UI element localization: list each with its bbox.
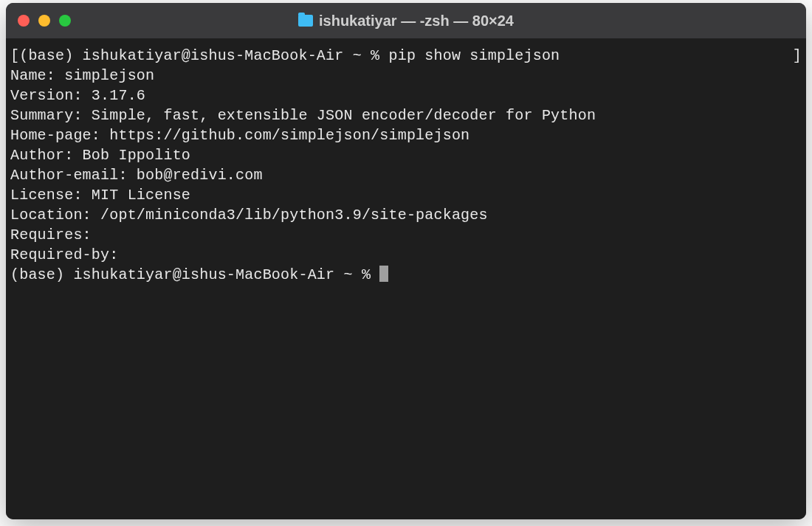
prompt-line-1: [(base) ishukatiyar@ishus-MacBook-Air ~ … — [10, 46, 802, 66]
output-license: License: MIT License — [10, 185, 802, 205]
terminal-window: ishukatiyar — -zsh — 80×24 [(base) ishuk… — [6, 3, 806, 519]
command-1: pip show simplejson — [388, 47, 560, 64]
close-button[interactable] — [18, 15, 30, 27]
prompt-line-2: (base) ishukatiyar@ishus-MacBook-Air ~ % — [10, 265, 802, 285]
minimize-button[interactable] — [38, 15, 50, 27]
cursor — [379, 266, 388, 282]
output-version: Version: 3.17.6 — [10, 86, 802, 105]
folder-icon — [298, 15, 313, 27]
title-bar: ishukatiyar — -zsh — 80×24 — [6, 3, 806, 38]
maximize-button[interactable] — [59, 15, 71, 27]
output-requires: Requires: — [10, 225, 802, 245]
output-required-by: Required-by: — [10, 245, 802, 265]
window-title-container: ishukatiyar — -zsh — 80×24 — [6, 13, 806, 30]
prompt-bracket-close: ] — [793, 46, 802, 66]
prompt-bracket-open: [ — [10, 47, 19, 64]
output-location: Location: /opt/miniconda3/lib/python3.9/… — [10, 205, 802, 225]
output-summary: Summary: Simple, fast, extensible JSON e… — [10, 105, 802, 125]
output-author: Author: Bob Ippolito — [10, 145, 802, 165]
output-homepage: Home-page: https://github.com/simplejson… — [10, 125, 802, 145]
window-title: ishukatiyar — -zsh — 80×24 — [319, 13, 514, 30]
terminal-body[interactable]: [(base) ishukatiyar@ishus-MacBook-Air ~ … — [6, 38, 806, 519]
prompt-2: (base) ishukatiyar@ishus-MacBook-Air ~ % — [10, 266, 379, 283]
output-author-email: Author-email: bob@redivi.com — [10, 165, 802, 185]
prompt-1-prefix: (base) ishukatiyar@ishus-MacBook-Air ~ % — [19, 47, 388, 64]
traffic-lights — [6, 15, 71, 27]
output-name: Name: simplejson — [10, 66, 802, 86]
